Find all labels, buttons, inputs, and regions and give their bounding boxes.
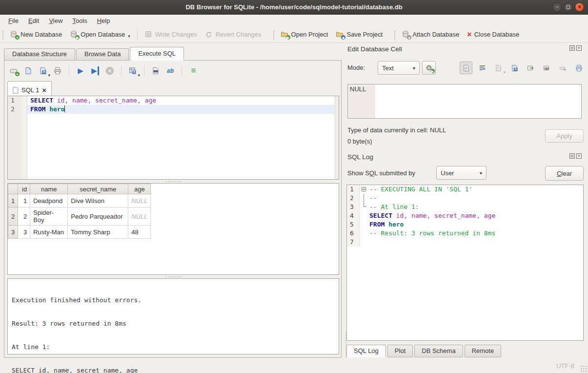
save-project-button[interactable]: ■ Save Project (332, 28, 386, 41)
sql-editor-tab-bar: SQL 1 × (7, 81, 52, 96)
column-header-secret-name[interactable]: secret_name (68, 184, 128, 194)
column-header-age[interactable]: age (128, 184, 151, 194)
cell-age[interactable]: 48 (128, 226, 151, 239)
cell-id[interactable]: 1 (18, 194, 30, 207)
execute-line-icon: ▶ (91, 66, 99, 75)
tab-browse-data[interactable]: Browse Data (76, 48, 129, 61)
export-file-icon (511, 64, 518, 72)
set-null-button[interactable] (556, 62, 569, 74)
mode-select[interactable]: Text ▾ (378, 61, 420, 75)
open-sql-file-button[interactable] (22, 65, 35, 77)
cell-name[interactable]: Rusty-Man (30, 226, 68, 239)
open-database-dropdown[interactable]: ▾ (128, 34, 130, 39)
open-in-app-button[interactable] (524, 62, 537, 74)
open-database-button[interactable]: ▶ Open Database ▾ (66, 28, 134, 41)
cell-name[interactable]: Spider-Boy (30, 207, 68, 226)
sql-document-icon (13, 87, 19, 94)
import-cell-button[interactable]: ▾ (492, 62, 505, 74)
submitted-by-select[interactable]: User ▾ (436, 166, 487, 180)
copy-link-button[interactable] (540, 62, 553, 74)
editor-scrollbar[interactable] (335, 96, 339, 179)
corner-header[interactable] (8, 184, 18, 194)
cell-name[interactable]: Deadpond (30, 194, 68, 207)
auto-apply-button[interactable]: ▶ (422, 61, 436, 75)
toolbar-grip[interactable] (393, 30, 396, 40)
cell-text-area[interactable] (375, 84, 581, 118)
results-grid[interactable]: id name secret_name age 1 1 Deadpond Div… (7, 183, 339, 275)
tab-execute-sql[interactable]: Execute SQL (130, 47, 184, 61)
toolbar-grip[interactable] (272, 30, 275, 40)
revert-changes-button[interactable]: Revert Changes (201, 28, 265, 41)
print-cell-button[interactable] (572, 62, 585, 74)
new-database-button[interactable]: + New Database (6, 28, 66, 41)
export-cell-button[interactable] (508, 62, 521, 74)
clear-log-button[interactable]: Clear (545, 166, 584, 181)
menu-help[interactable]: Help (93, 16, 115, 25)
tab-plot[interactable]: Plot (387, 345, 413, 357)
format-sql-button[interactable]: ≡ (187, 65, 200, 77)
open-project-button[interactable]: ▶ Open Project (277, 28, 332, 41)
toolbar-grip[interactable] (1, 30, 4, 40)
apply-button[interactable]: Apply (545, 129, 584, 143)
word-wrap-button[interactable] (476, 62, 488, 74)
resize-grip[interactable] (580, 365, 587, 372)
row-header[interactable]: 3 (8, 226, 18, 239)
print-sql-button[interactable] (51, 65, 64, 77)
write-changes-button[interactable]: Write Changes (141, 28, 201, 41)
fold-marker-icon[interactable] (362, 187, 366, 191)
new-sql-tab-button[interactable]: + (7, 65, 20, 77)
float-panel-button[interactable] (569, 153, 575, 159)
stop-execution-button[interactable]: × (103, 65, 116, 77)
close-database-button[interactable]: × Close Database (463, 28, 523, 41)
text-mode-button[interactable] (460, 62, 472, 74)
find-button[interactable] (149, 65, 162, 77)
tab-db-schema[interactable]: DB Schema (414, 345, 463, 357)
menu-tools[interactable]: Tools (68, 16, 91, 25)
tab-database-structure[interactable]: Database Structure (4, 48, 75, 61)
sql-log-view[interactable]: 1 -- EXECUTING ALL IN 'SQL 1' 2 -- 3 -- … (346, 185, 584, 341)
sql-editor-tab[interactable]: SQL 1 × (7, 81, 52, 96)
row-header[interactable]: 2 (8, 207, 18, 226)
float-panel-button[interactable] (569, 45, 575, 51)
save-project-icon: ■ (336, 30, 344, 39)
tab-sql-log[interactable]: SQL Log (346, 345, 386, 357)
close-tab-icon[interactable]: × (42, 87, 46, 93)
execute-all-button[interactable]: ▶ (74, 65, 87, 77)
splitter-editor-results[interactable] (7, 180, 339, 183)
cell-age[interactable]: NULL (128, 207, 151, 226)
menu-edit[interactable]: Edit (24, 16, 43, 25)
save-sql-dropdown[interactable]: ▾ (48, 73, 50, 78)
cell-id[interactable]: 2 (18, 207, 30, 226)
cell-age[interactable]: NULL (128, 194, 151, 207)
execute-line-button[interactable]: ▶ (89, 65, 101, 77)
close-button[interactable]: × (575, 2, 584, 12)
dock-tab-bar: SQL Log Plot DB Schema Remote (346, 345, 503, 357)
save-results-dropdown[interactable]: ▾ (138, 73, 140, 78)
save-results-button[interactable]: ▾ (126, 65, 139, 77)
word-wrap-icon (479, 64, 486, 72)
sql-editor[interactable]: 1 SELECT id, name, secret_name, age 2 FR… (7, 96, 339, 180)
column-header-id[interactable]: id (18, 184, 30, 194)
menu-file[interactable]: File (4, 16, 23, 25)
column-header-name[interactable]: name (30, 184, 68, 194)
row-header[interactable]: 1 (8, 194, 18, 207)
execution-message[interactable]: Execution finished without errors. Resul… (7, 278, 339, 354)
replace-button[interactable]: ab (164, 65, 177, 77)
cell-mode-row: Mode: Text ▾ ▶ (347, 61, 582, 75)
tab-remote[interactable]: Remote (465, 345, 502, 357)
maximize-button[interactable] (564, 2, 573, 12)
encoding-indicator[interactable]: UTF-8 (556, 362, 574, 370)
cell-id[interactable]: 3 (18, 226, 30, 239)
minimize-button[interactable]: − (552, 2, 562, 12)
splitter-results-message[interactable] (7, 275, 339, 278)
menu-view[interactable]: View (44, 16, 67, 25)
close-panel-button[interactable]: × (576, 45, 582, 51)
title-bar[interactable]: DB Browser for SQLite - /home/user/code/… (0, 0, 588, 15)
cell-value-editor[interactable]: NULL (347, 84, 582, 119)
save-sql-file-button[interactable]: ▾ (37, 65, 49, 77)
attach-database-button[interactable]: ● Attach Database (398, 28, 463, 41)
cell-secret-name[interactable]: Tommy Sharp (68, 226, 128, 239)
close-panel-button[interactable]: × (576, 153, 582, 159)
cell-secret-name[interactable]: Dive Wilson (68, 194, 128, 207)
cell-secret-name[interactable]: Pedro Parqueador (68, 207, 128, 226)
